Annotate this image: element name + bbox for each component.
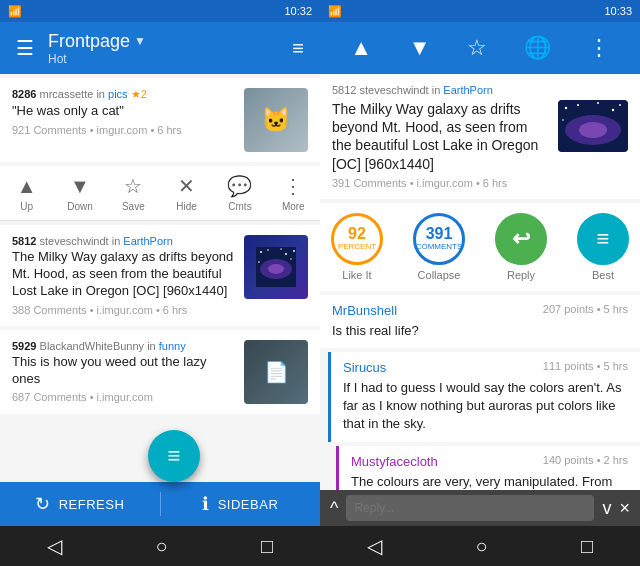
comments-action[interactable]: 💬 Cmts — [220, 174, 260, 212]
post-2-user: steveschwindt — [40, 235, 109, 247]
collapse-label: Collapse — [418, 269, 461, 281]
post-1-subreddit: pics — [108, 88, 128, 100]
post-1-title: "He was only a cat" — [12, 103, 234, 120]
dropdown-icon[interactable]: ▼ — [134, 34, 146, 48]
reply-button[interactable]: ↩ Reply — [484, 213, 558, 281]
post-1-domain: imgur.com — [97, 124, 148, 136]
comments-sub: COMMENTS — [416, 242, 463, 251]
like-it-button[interactable]: 92 PERCENT Like It — [320, 213, 394, 281]
svg-point-17 — [597, 102, 599, 104]
left-time: 10:32 — [284, 5, 312, 17]
reply-input[interactable] — [346, 495, 594, 521]
comment-1-user: MrBunshell — [332, 303, 397, 318]
best-icon: ≡ — [597, 226, 610, 252]
comments-icon: 💬 — [227, 174, 252, 198]
more-action[interactable]: ⋮ More — [273, 174, 313, 212]
upvote-action[interactable]: ▲ Up — [7, 175, 47, 212]
save-action[interactable]: ☆ Save — [113, 174, 153, 212]
post-2-domain: i.imgur.com — [97, 304, 153, 316]
post-3-title: This is how you weed out the lazy ones — [12, 354, 234, 388]
comment-3: Mustyfacecloth 140 points • 2 hrs The co… — [336, 446, 640, 491]
right-post-comments: 391 Comments — [332, 177, 407, 189]
right-up-icon[interactable]: ▲ — [346, 31, 376, 65]
sidebar-icon: ℹ — [202, 493, 210, 515]
left-title-area: Frontpage ▼ Hot — [48, 31, 278, 66]
post-3-subreddit: funny — [159, 340, 186, 352]
menu-icon[interactable]: ☰ — [12, 32, 38, 64]
reply-bar: ^ v × — [320, 490, 640, 526]
post-2-time: 6 hrs — [163, 304, 187, 316]
right-post-score: 5812 — [332, 84, 356, 96]
right-back-icon[interactable]: ◁ — [367, 534, 382, 558]
right-post-time: 6 hrs — [483, 177, 507, 189]
post-3-content: 5929 BlackandWhiteBunny in funny This is… — [12, 340, 234, 404]
hide-icon: ✕ — [178, 174, 195, 198]
post-3-user: BlackandWhiteBunny — [40, 340, 145, 352]
sidebar-button[interactable]: ℹ SIDEBAR — [161, 482, 321, 526]
right-post-user: steveschwindt — [360, 84, 429, 96]
right-down-icon[interactable]: ▼ — [405, 31, 435, 65]
up-label: Up — [20, 201, 33, 212]
svg-point-7 — [293, 250, 295, 252]
svg-point-18 — [562, 119, 564, 121]
comment-3-text: The colours are very, very manipulated. … — [351, 473, 628, 491]
post-1-score: 8286 — [12, 88, 36, 100]
fab-button[interactable]: ≡ — [148, 430, 200, 482]
like-sub: PERCENT — [338, 242, 376, 251]
right-post-title: The Milky Way galaxy as drifts beyond Mt… — [332, 100, 548, 173]
right-post-header: The Milky Way galaxy as drifts beyond Mt… — [332, 100, 628, 177]
svg-point-9 — [258, 261, 260, 263]
post-3-footer: 687 Comments • i.imgur.com — [12, 391, 234, 403]
sidebar-label: SIDEBAR — [218, 497, 279, 512]
post-3-meta: 5929 BlackandWhiteBunny in funny — [12, 340, 234, 352]
post-1-thumb: 🐱 — [244, 88, 308, 152]
vote-row: 92 PERCENT Like It 391 COMMENTS Collapse… — [320, 203, 640, 291]
right-home-icon[interactable]: ○ — [475, 535, 487, 558]
post-3-score: 5929 — [12, 340, 36, 352]
filter-icon[interactable]: ≡ — [288, 33, 308, 64]
post-1-meta: 8286 mrcassette in pics ★2 — [12, 88, 234, 101]
post-2-title: The Milky Way galaxy as drifts beyond Mt… — [12, 249, 234, 300]
right-post-meta: 5812 steveschwindt in EarthPorn — [332, 84, 628, 96]
space-thumbnail — [244, 235, 308, 299]
right-star-icon[interactable]: ☆ — [463, 31, 491, 65]
comment-1-header: MrBunshell 207 points • 5 hrs — [332, 303, 628, 318]
close-reply-icon[interactable]: × — [619, 498, 630, 519]
downvote-action[interactable]: ▼ Down — [60, 175, 100, 212]
fab-icon: ≡ — [168, 443, 181, 469]
left-back-icon[interactable]: ◁ — [47, 534, 62, 558]
right-more-icon[interactable]: ⋮ — [584, 31, 614, 65]
chevron-up-icon[interactable]: ^ — [330, 498, 338, 519]
best-button[interactable]: ≡ Best — [566, 213, 640, 281]
frontpage-title: Frontpage — [48, 31, 130, 52]
svg-point-5 — [285, 253, 287, 255]
cmts-label: Cmts — [228, 201, 251, 212]
more-label: More — [282, 201, 305, 212]
right-square-icon[interactable]: □ — [581, 535, 593, 558]
right-nav-bar: ◁ ○ □ — [320, 526, 640, 566]
save-label: Save — [122, 201, 145, 212]
chevron-down-icon[interactable]: v — [602, 498, 611, 519]
collapse-button[interactable]: 391 COMMENTS Collapse — [402, 213, 476, 281]
post-card-2[interactable]: 5812 steveschwindt in EarthPorn The Milk… — [0, 225, 320, 326]
left-square-icon[interactable]: □ — [261, 535, 273, 558]
left-home-icon[interactable]: ○ — [155, 535, 167, 558]
comment-section: MrBunshell 207 points • 5 hrs Is this re… — [320, 295, 640, 490]
post-card-3[interactable]: 5929 BlackandWhiteBunny in funny This is… — [0, 330, 320, 414]
post-card-1[interactable]: 8286 mrcassette in pics ★2 "He was only … — [0, 78, 320, 162]
comment-1-text: Is this real life? — [332, 322, 628, 340]
svg-point-3 — [260, 251, 262, 253]
hide-action[interactable]: ✕ Hide — [167, 174, 207, 212]
left-status-bar: 📶 10:32 — [0, 0, 320, 22]
svg-point-12 — [579, 122, 607, 138]
svg-point-2 — [268, 264, 284, 274]
right-globe-icon[interactable]: 🌐 — [520, 31, 555, 65]
right-thumb-space — [558, 100, 628, 152]
comments-num: 391 — [426, 226, 453, 242]
post-2-subreddit: EarthPorn — [123, 235, 173, 247]
hot-subtitle: Hot — [48, 52, 278, 66]
hide-label: Hide — [176, 201, 197, 212]
left-scroll[interactable]: 8286 mrcassette in pics ★2 "He was only … — [0, 74, 320, 482]
right-status-icons: 📶 — [328, 5, 342, 18]
refresh-button[interactable]: ↻ REFRESH — [0, 482, 160, 526]
